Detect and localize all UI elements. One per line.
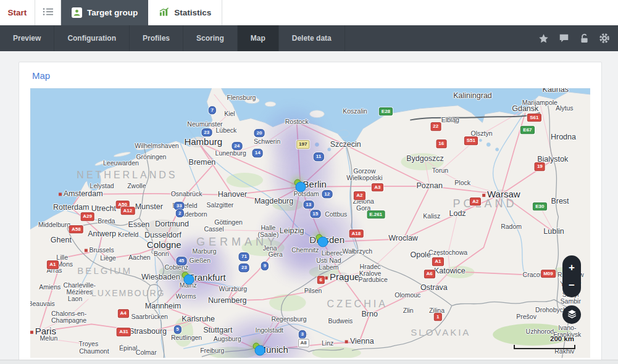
city-label: Wroclaw [388, 235, 418, 243]
gear-icon[interactable] [597, 31, 612, 46]
map-marker[interactable] [296, 181, 306, 192]
city-label: Krefeld [118, 232, 138, 239]
heatmap-blob [270, 236, 338, 286]
city-label: Zwolle [127, 183, 146, 190]
toolbar-item-preview[interactable]: Preview [0, 25, 54, 51]
city-label: Essen [128, 221, 150, 230]
city-label: Liège [100, 255, 116, 262]
road-badge: 2 [176, 209, 183, 218]
road-badge: 6 [317, 276, 324, 284]
capital-dot [59, 192, 62, 196]
city-label: Munster [135, 203, 163, 211]
city-label: Dortmund [155, 220, 189, 228]
star-icon[interactable] [536, 31, 551, 46]
map-marker[interactable] [318, 237, 328, 247]
road-badge: A2 [354, 191, 365, 200]
road-badge: 23 [239, 263, 249, 272]
map-scale-bar [514, 345, 575, 349]
tab-list-button[interactable] [35, 0, 61, 25]
road-badge: A50 [115, 201, 130, 209]
city-label: Bremen [189, 159, 216, 167]
toolbar-item-map[interactable]: Map [238, 25, 279, 51]
toolbar-item-profiles[interactable]: Profiles [130, 25, 183, 51]
city-label: Hrodna [551, 133, 576, 141]
toolbar-item-configuration[interactable]: Configuration [54, 25, 130, 51]
city-label: Brussels [84, 247, 114, 254]
city-label: Koszalin [343, 108, 367, 115]
city-label: Pardubice [358, 276, 387, 283]
city-label: Brno [361, 310, 377, 318]
content-area: Map [0, 51, 618, 364]
country-label: NETHERLANDS [77, 170, 177, 181]
map-marker[interactable] [254, 345, 265, 356]
toolbar-item-scoring[interactable]: Scoring [183, 25, 238, 51]
road-badge: 16 [436, 140, 446, 149]
city-label: Aachen [128, 255, 151, 262]
city-label: Neumünster [187, 121, 222, 128]
road-badge: A31 [117, 328, 131, 337]
city-label: Zlin [403, 307, 414, 314]
road-badge: A2 [470, 197, 481, 206]
zoom-out-button[interactable]: − [562, 280, 581, 291]
road-badge: A1 [432, 257, 443, 266]
road-badge: 20 [254, 129, 265, 138]
city-label: Amsterdam [59, 190, 103, 198]
road-badge: 19 [535, 162, 545, 171]
road-badge: 45 [176, 257, 186, 265]
zoom-in-button[interactable]: + [562, 262, 581, 273]
city-label: Utrecht [91, 205, 116, 213]
tabbar-filler [222, 0, 618, 25]
road-badge: A3 [372, 183, 383, 192]
city-label: Wałbrzych [342, 249, 372, 255]
city-label: Dusseldorf [144, 232, 182, 240]
road-badge: 15 [310, 210, 320, 218]
panel-title: Map [32, 70, 601, 81]
city-label: Mannheim [145, 302, 181, 310]
bottom-scroll-strip[interactable] [0, 360, 618, 364]
city-label: Cologne [147, 240, 182, 250]
road-badge: A8 [298, 339, 309, 347]
layers-icon [567, 308, 577, 321]
city-label: Nuremberg [208, 297, 247, 305]
city-label: Brest [551, 197, 569, 205]
toolbar-item-delete-data[interactable]: Delete data [279, 25, 345, 51]
capital-dot [482, 194, 485, 197]
layers-button[interactable] [562, 305, 581, 324]
road-badge: E67 [520, 126, 534, 134]
tab-target-group[interactable]: Target group [61, 0, 148, 25]
capital-dot [325, 276, 328, 279]
map-marker[interactable] [183, 274, 194, 284]
city-label: Arras [46, 267, 62, 274]
city-label: Saarbrücken [131, 313, 168, 320]
city-label: Gdansk [512, 105, 538, 113]
comment-icon[interactable] [556, 31, 571, 46]
map[interactable]: NETHERLANDSBELGIUMLUXEMBOURGGERMANYPOLAN… [30, 88, 590, 358]
city-label: Cassel [204, 226, 223, 233]
tab-label: Target group [87, 8, 138, 17]
city-label: Szczecin [330, 141, 361, 149]
city-label: Prešov [516, 314, 537, 321]
city-label: Schwerin [254, 138, 280, 145]
road-badge: 71 [239, 252, 249, 261]
city-label: Rostock [285, 118, 309, 125]
heatmap-blob [258, 103, 329, 165]
city-label: Paris [30, 326, 56, 336]
city-label: Katowice [434, 268, 466, 276]
city-label: Bydgoszcz [406, 155, 443, 163]
city-label: Warsaw [482, 189, 520, 199]
unlock-icon[interactable] [577, 31, 591, 46]
city-label: Rotterdam [53, 204, 89, 212]
statistics-icon [159, 7, 169, 18]
city-label: Częstochowa [428, 249, 467, 256]
road-badge: A58 [69, 225, 83, 234]
city-label: Marijampole [522, 100, 557, 107]
city-label: Kalisz [423, 213, 440, 220]
tab-statistics[interactable]: Statistics [148, 0, 222, 25]
country-label: LUXEMBOURG [91, 288, 165, 298]
start-link[interactable]: Start [0, 0, 35, 25]
country-label: GERMANY [196, 236, 278, 249]
city-label: Torun [432, 168, 448, 175]
city-label: Rakhiv [554, 348, 574, 355]
city-label: Gießen [190, 258, 211, 265]
road-badge: 24 [232, 142, 242, 151]
